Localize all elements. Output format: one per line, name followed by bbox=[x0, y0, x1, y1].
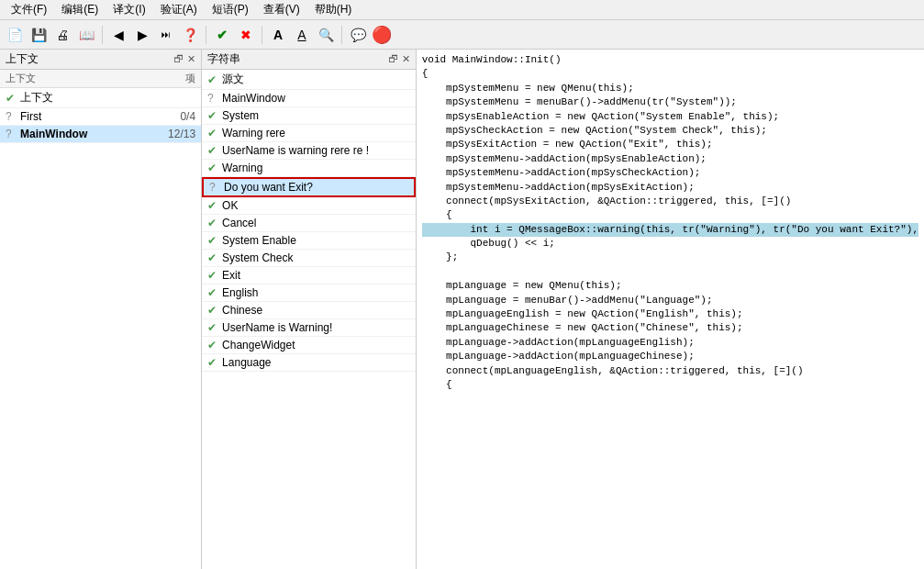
sep3 bbox=[262, 26, 262, 44]
context-count-2: 12/13 bbox=[150, 128, 195, 140]
context-row-mainwindow[interactable]: ? MainWindow 12/13 bbox=[0, 126, 201, 143]
middle-panel: 字符串 🗗 ✕ ✔源文?MainWindow✔System✔Warning re… bbox=[202, 50, 417, 569]
string-text-16: Language bbox=[222, 356, 410, 369]
check-icon-str-2: ✔ bbox=[207, 109, 222, 122]
string-row-13[interactable]: ✔Chinese bbox=[202, 302, 416, 319]
middle-panel-pin-icon[interactable]: 🗗 bbox=[388, 53, 398, 65]
check-icon-str-11: ✔ bbox=[207, 269, 222, 282]
code-line-18: mpLanguageEnglish = new QAction("English… bbox=[422, 307, 918, 321]
context-row-header[interactable]: ✔ 上下文 bbox=[0, 88, 201, 108]
string-row-1[interactable]: ?MainWindow bbox=[202, 90, 416, 107]
code-line-6: mpSysExitAction = new QAction("Exit", th… bbox=[422, 138, 918, 151]
string-row-4[interactable]: ✔UserName is warning rere re ! bbox=[202, 142, 416, 160]
context-name-2: MainWindow bbox=[20, 128, 150, 140]
reject-button[interactable]: ✖ bbox=[235, 24, 257, 46]
new-button[interactable]: 📄 bbox=[4, 24, 26, 46]
string-row-11[interactable]: ✔Exit bbox=[202, 267, 416, 284]
check-icon-str-16: ✔ bbox=[207, 356, 222, 369]
string-row-7[interactable]: ✔OK bbox=[202, 197, 416, 215]
code-view[interactable]: void MainWindow::Init(){ mpSystemMenu = … bbox=[417, 50, 924, 569]
check-icon-str-7: ✔ bbox=[207, 199, 222, 212]
font2-button[interactable]: A bbox=[291, 24, 313, 46]
check-icon-str-3: ✔ bbox=[207, 127, 222, 139]
code-line-19: mpLanguageChinese = new QAction("Chinese… bbox=[422, 321, 918, 335]
menu-file[interactable]: 文件(F) bbox=[4, 0, 54, 19]
string-text-0: 源文 bbox=[222, 72, 410, 87]
code-line-17: mpLanguage = menuBar()->addMenu("Languag… bbox=[422, 294, 918, 307]
menu-phrase[interactable]: 短语(P) bbox=[205, 0, 256, 19]
code-line-16: mpLanguage = new QMenu(this); bbox=[422, 279, 918, 293]
phrase2-button[interactable]: 🔴 bbox=[371, 24, 393, 46]
middle-panel-close-icon[interactable]: ✕ bbox=[402, 53, 410, 65]
string-row-5[interactable]: ✔Warning bbox=[202, 160, 416, 177]
left-panel: 上下文 🗗 ✕ 上下文 项 ✔ 上下文 ? First 0/4 ? Mai bbox=[0, 50, 202, 569]
help-button[interactable]: ❓ bbox=[179, 24, 201, 46]
middle-panel-icons: 🗗 ✕ bbox=[388, 53, 410, 65]
code-line-1: { bbox=[422, 67, 918, 81]
phrase-button[interactable]: 💬 bbox=[347, 24, 369, 46]
save-button[interactable]: 💾 bbox=[28, 24, 50, 46]
code-line-2: mpSystemMenu = new QMenu(this); bbox=[422, 82, 918, 95]
left-col-name: 上下文 bbox=[6, 72, 150, 85]
code-line-10: connect(mpSysExitAction, &QAction::trigg… bbox=[422, 195, 918, 208]
check-icon-str-4: ✔ bbox=[207, 144, 222, 157]
string-text-10: System Check bbox=[222, 251, 410, 264]
question-icon-1: ? bbox=[6, 110, 20, 123]
accept-button[interactable]: ✔ bbox=[211, 24, 233, 46]
code-line-23: { bbox=[422, 378, 918, 392]
open-button[interactable]: 📖 bbox=[75, 24, 97, 46]
menubar: 文件(F) 编辑(E) 译文(I) 验证(A) 短语(P) 查看(V) 帮助(H… bbox=[0, 0, 924, 20]
sep2 bbox=[206, 26, 206, 44]
code-line-21: mpLanguage->addAction(mpLanguageChinese)… bbox=[422, 350, 918, 363]
string-text-6: Do you want Exit? bbox=[224, 181, 408, 194]
string-row-3[interactable]: ✔Warning rere bbox=[202, 125, 416, 142]
check-icon-str-14: ✔ bbox=[207, 321, 222, 334]
menu-translation[interactable]: 译文(I) bbox=[106, 0, 152, 19]
string-row-10[interactable]: ✔System Check bbox=[202, 250, 416, 267]
left-table-header: 上下文 项 bbox=[0, 70, 201, 88]
code-line-0: void MainWindow::Init() bbox=[422, 53, 918, 67]
string-text-9: System Enable bbox=[222, 234, 410, 247]
left-panel-close-icon[interactable]: ✕ bbox=[187, 53, 195, 65]
question-icon-str-1: ? bbox=[207, 92, 222, 105]
jump-button[interactable]: ⏭ bbox=[155, 24, 177, 46]
check-icon-str-12: ✔ bbox=[207, 286, 222, 299]
print-button[interactable]: 🖨 bbox=[51, 24, 73, 46]
string-row-14[interactable]: ✔UserName is Warning! bbox=[202, 319, 416, 337]
menu-edit[interactable]: 编辑(E) bbox=[54, 0, 106, 19]
check-icon-str-13: ✔ bbox=[207, 304, 222, 317]
string-text-1: MainWindow bbox=[222, 92, 410, 105]
string-list: ✔源文?MainWindow✔System✔Warning rere✔UserN… bbox=[202, 70, 416, 569]
string-row-16[interactable]: ✔Language bbox=[202, 354, 416, 372]
string-row-8[interactable]: ✔Cancel bbox=[202, 215, 416, 232]
string-text-3: Warning rere bbox=[222, 127, 410, 139]
font-button[interactable]: A bbox=[267, 24, 289, 46]
check-icon-str-10: ✔ bbox=[207, 251, 222, 264]
left-panel-header: 上下文 🗗 ✕ bbox=[0, 50, 201, 70]
code-line-15 bbox=[422, 265, 918, 279]
search-button[interactable]: 🔍 bbox=[315, 24, 337, 46]
menu-validate[interactable]: 验证(A) bbox=[153, 0, 205, 19]
string-row-2[interactable]: ✔System bbox=[202, 107, 416, 125]
code-line-12: int i = QMessageBox::warning(this, tr("W… bbox=[422, 223, 918, 237]
string-row-6[interactable]: ?Do you want Exit? bbox=[202, 177, 416, 197]
string-row-0[interactable]: ✔源文 bbox=[202, 70, 416, 90]
code-line-11: { bbox=[422, 208, 918, 222]
check-icon-str-0: ✔ bbox=[207, 73, 222, 86]
context-row-first[interactable]: ? First 0/4 bbox=[0, 108, 201, 126]
back-button[interactable]: ◀ bbox=[107, 24, 129, 46]
string-row-15[interactable]: ✔ChangeWidget bbox=[202, 337, 416, 354]
menu-view[interactable]: 查看(V) bbox=[256, 0, 307, 19]
menu-help[interactable]: 帮助(H) bbox=[307, 0, 360, 19]
right-panel: void MainWindow::Init(){ mpSystemMenu = … bbox=[417, 50, 924, 569]
left-panel-pin-icon[interactable]: 🗗 bbox=[173, 53, 184, 65]
forward-button[interactable]: ▶ bbox=[131, 24, 153, 46]
string-row-12[interactable]: ✔English bbox=[202, 284, 416, 302]
string-text-15: ChangeWidget bbox=[222, 339, 410, 351]
left-panel-icons: 🗗 ✕ bbox=[173, 53, 195, 65]
string-row-9[interactable]: ✔System Enable bbox=[202, 232, 416, 250]
code-line-5: mpSysCheckAction = new QAction("System C… bbox=[422, 124, 918, 138]
check-icon-0: ✔ bbox=[6, 92, 20, 105]
string-text-12: English bbox=[222, 286, 410, 299]
left-table: ✔ 上下文 ? First 0/4 ? MainWindow 12/13 bbox=[0, 88, 201, 569]
